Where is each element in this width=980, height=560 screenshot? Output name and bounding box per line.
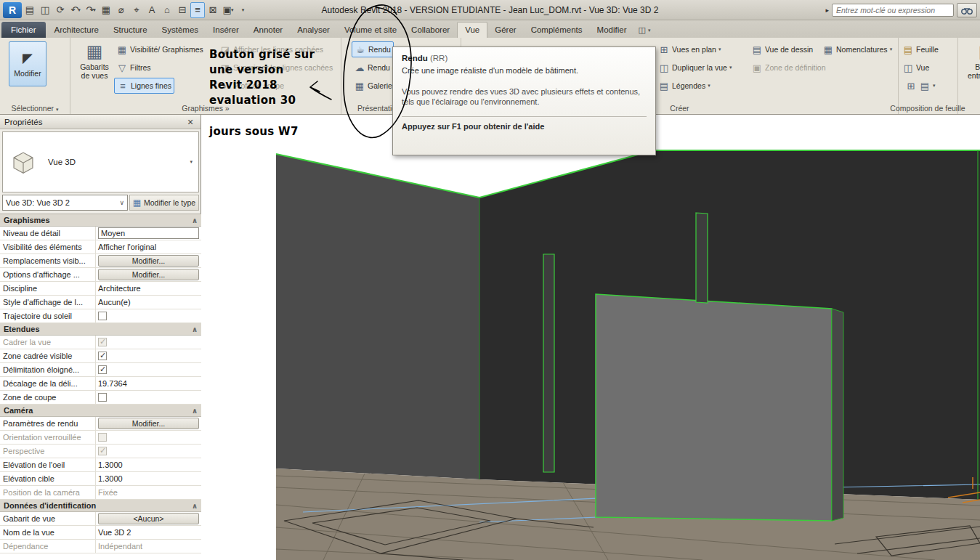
thin-lines-button[interactable]: ≡ xyxy=(190,2,205,18)
tab-fichier[interactable]: Fichier xyxy=(1,22,46,38)
tab-gerer[interactable]: Gérer xyxy=(487,23,523,38)
tab-volume-et-site[interactable]: Volume et site xyxy=(337,23,404,38)
redo-button[interactable]: ↷▾ xyxy=(84,2,98,18)
undo-button[interactable]: ↶▾ xyxy=(68,2,83,18)
sync-button[interactable]: ⟳ xyxy=(53,2,68,18)
property-value[interactable]: 19.7364 xyxy=(96,377,201,390)
render-settings-button[interactable]: Modifier... xyxy=(98,418,199,429)
close-hidden-icon: ⊠ xyxy=(209,4,217,15)
modify-panel-selector[interactable]: ◫ ▾ xyxy=(633,23,655,38)
section-etendues[interactable]: Etendues∧ xyxy=(0,323,201,336)
far-clip-checkbox[interactable] xyxy=(98,365,107,374)
text-button[interactable]: A xyxy=(145,2,159,18)
property-value[interactable]: Aucun(e) xyxy=(96,296,201,309)
type-selector[interactable]: Vue 3D ▾ xyxy=(2,131,199,192)
property-value[interactable]: Architecture xyxy=(96,282,201,295)
thin-lines-ribbon-button[interactable]: ≡Lignes fines xyxy=(114,78,174,94)
modify-tool-button[interactable]: ⌖ xyxy=(129,2,144,18)
schedules-icon: ▦ xyxy=(822,44,834,55)
close-icon[interactable]: × xyxy=(185,116,196,128)
view-instance-combo[interactable]: Vue 3D: Vue 3D 2 ∨ xyxy=(2,195,128,211)
3d-view-canvas[interactable] xyxy=(201,115,980,560)
section-box-checkbox[interactable] xyxy=(98,393,107,402)
revit-logo-icon[interactable]: R xyxy=(3,2,22,18)
collapse-icon[interactable]: ∧ xyxy=(192,325,198,333)
section-button[interactable]: ⊟ xyxy=(175,2,190,18)
customize-qat-button[interactable]: ▾ xyxy=(236,2,251,18)
sheet-button[interactable]: ▤Feuille xyxy=(900,41,941,57)
tab-annoter[interactable]: Annoter xyxy=(246,23,290,38)
property-value[interactable]: Moyen xyxy=(96,227,201,240)
caret-down-icon[interactable]: ▾ xyxy=(78,7,81,13)
render-button[interactable]: ☕Rendu xyxy=(352,41,394,57)
property-value[interactable]: 1.3000 xyxy=(96,472,201,485)
collapse-icon[interactable]: ∧ xyxy=(192,216,198,224)
search-button[interactable] xyxy=(957,3,977,17)
property-value[interactable]: Afficher l'original xyxy=(96,240,201,253)
property-row: Orientation verrouillée xyxy=(0,431,201,445)
binoculars-icon xyxy=(961,6,973,15)
tab-modifier[interactable]: Modifier xyxy=(590,23,634,38)
schedules-button[interactable]: ▦Nomenclatures▾ xyxy=(820,41,894,57)
crop-visible-checkbox[interactable] xyxy=(98,352,107,360)
default-3d-view-button[interactable]: ⌂ xyxy=(160,2,174,18)
tab-architecture[interactable]: Architecture xyxy=(47,23,106,38)
ribbon-tab-bar: Fichier Architecture Structure Systèmes … xyxy=(0,20,980,38)
tab-collaborer[interactable]: Collaborer xyxy=(404,23,457,38)
tab-complements[interactable]: Compléments xyxy=(524,23,590,38)
select-dropdown[interactable]: Sélectionner ▾ xyxy=(0,104,70,113)
plan-views-button[interactable]: ⊞Vues en plan▾ xyxy=(656,41,723,57)
view-template-button[interactable]: <Aucun> xyxy=(98,513,199,524)
duplicate-view-button[interactable]: ◫Dupliquer la vue▾ xyxy=(656,60,734,76)
tab-vue[interactable]: Vue xyxy=(457,22,487,38)
view-placement-button[interactable]: ◫Vue xyxy=(900,60,931,76)
tab-inserer[interactable]: Insérer xyxy=(206,23,246,38)
close-hidden-windows-button[interactable]: ⊠ xyxy=(206,2,220,18)
switch-windows-button[interactable]: ▣▾ xyxy=(221,2,235,18)
collapse-icon[interactable]: ∧ xyxy=(192,407,198,415)
open-button[interactable]: ▤ xyxy=(23,2,37,18)
3d-viewport[interactable] xyxy=(201,115,980,560)
save-button[interactable]: ◫ xyxy=(38,2,52,18)
caret-down-icon[interactable]: ▾ xyxy=(93,7,96,13)
section-icon: ⊟ xyxy=(179,4,187,15)
locked-orientation-checkbox xyxy=(98,433,107,442)
section-camera[interactable]: Caméra∧ xyxy=(0,405,201,417)
filters-button[interactable]: ▽Filtres xyxy=(114,60,153,76)
drafting-view-button[interactable]: ▤Vue de dessin xyxy=(749,41,815,57)
legends-button[interactable]: ▤Légendes▾ xyxy=(656,78,713,94)
visibility-graphics-button[interactable]: ▦Visibilité/ Graphismes xyxy=(114,41,206,57)
modify-button[interactable]: ◤ Modifier xyxy=(9,41,46,86)
print-button[interactable]: ▦ xyxy=(99,2,113,18)
section-graphismes[interactable]: Graphismes∧ xyxy=(0,214,201,227)
property-value[interactable]: Vue 3D 2 xyxy=(96,526,201,539)
search-input[interactable] xyxy=(832,4,954,17)
property-row: Style d'affichage de l...Aucun(e) xyxy=(0,296,201,309)
sheet-extra-icon[interactable]: ⊞ xyxy=(905,81,917,92)
view-templates-button[interactable]: ▦ Gabarits de vues xyxy=(76,41,113,80)
switch-windows-ribbon-button[interactable]: ▣ Bascul entre les fe xyxy=(961,41,980,80)
tab-systemes[interactable]: Systèmes xyxy=(155,23,206,38)
dialog-launcher-icon[interactable]: » xyxy=(225,104,230,113)
scope-box-icon: ▣ xyxy=(751,62,763,73)
visibility-overrides-button[interactable]: Modifier... xyxy=(98,255,199,267)
property-label: Options d'affichage ... xyxy=(0,268,96,281)
edit-type-button[interactable]: ▦ Modifier le type xyxy=(129,195,199,211)
property-value[interactable]: 1.3000 xyxy=(96,458,201,471)
caret-right-icon[interactable]: ▸ xyxy=(825,7,829,14)
property-label: Décalage de la déli... xyxy=(0,377,96,390)
sheet-tools[interactable]: ⊞ ▤ ▾ xyxy=(903,78,938,94)
measure-button[interactable]: ⌀ xyxy=(114,2,129,18)
section-donnees[interactable]: Données d'identification∧ xyxy=(0,500,201,512)
sun-path-checkbox[interactable] xyxy=(98,312,107,320)
tab-structure[interactable]: Structure xyxy=(106,23,155,38)
caret-down-icon[interactable]: ▾ xyxy=(231,7,234,13)
property-label: Délimitation éloigné... xyxy=(0,363,96,376)
sheet-extra-icon[interactable]: ▤ xyxy=(919,81,931,92)
collapse-icon[interactable]: ∧ xyxy=(192,502,198,510)
caret-down-icon[interactable]: ▾ xyxy=(190,159,193,165)
property-row: Zone de coupe xyxy=(0,391,201,405)
display-options-button[interactable]: Modifier... xyxy=(98,269,199,280)
tab-analyser[interactable]: Analyser xyxy=(290,23,337,38)
property-row: Paramètres de renduModifier... xyxy=(0,417,201,431)
